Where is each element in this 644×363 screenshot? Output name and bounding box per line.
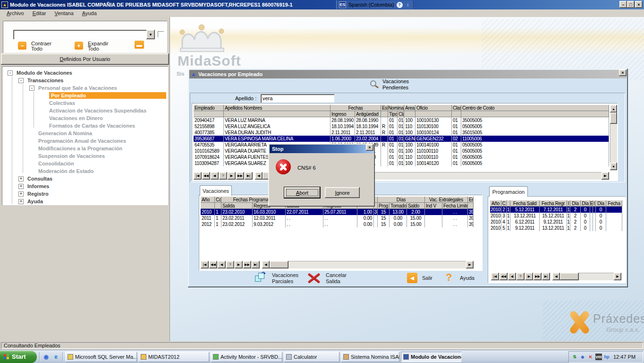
stop-dialog-titlebar[interactable]: Stop — [270, 145, 373, 153]
language-bar[interactable]: ES Spanish (Colombia) ? ⁝ — [336, 0, 414, 9]
tree-item[interactable]: +Informes — [2, 182, 168, 190]
task-button[interactable]: MIDAST2012 — [138, 352, 209, 362]
nav-button[interactable]: ▶ — [228, 172, 236, 180]
nav-button[interactable]: |◀ — [194, 172, 202, 180]
app-shortcut-icon[interactable]: ◉ — [42, 353, 50, 361]
grid-row[interactable]: 20103113.12.201115.12.20111200 — [490, 213, 622, 219]
grid-row[interactable]: 1103094287VERGARA SUAREZ3.10.20113.10.20… — [194, 160, 609, 166]
menu-editar[interactable]: Editar — [29, 10, 50, 17]
abort-button[interactable]: Abort — [284, 187, 320, 198]
collapse-all-icon[interactable]: − — [18, 42, 26, 50]
scrollbar-thumb[interactable] — [560, 273, 579, 280]
nav-button[interactable]: ◀ — [508, 273, 516, 280]
grid-row[interactable]: 2010123.02.201016.03.201022.07.201125.07… — [201, 209, 474, 215]
tree-item[interactable]: -Transacciones — [2, 77, 168, 84]
vm-icon[interactable]: vm — [595, 354, 602, 360]
expand-all-icon[interactable]: + — [75, 42, 83, 50]
network-icon[interactable]: ◆ — [579, 354, 586, 360]
nav-button[interactable]: ◀◀ — [202, 172, 210, 180]
tree-item[interactable]: Suspension de Vacaciones — [2, 152, 168, 160]
nav-button[interactable]: ▶| — [252, 261, 260, 268]
nav-button[interactable]: ▶ — [525, 273, 533, 280]
tree-item[interactable]: Consolidación — [2, 160, 168, 167]
minimize-button[interactable]: – — [619, 1, 627, 8]
grid-row[interactable]: 39536687VERA ESPINOSA MARIA CELINA1.06.2… — [194, 136, 609, 142]
task-button[interactable]: Sistema Nomina ISABEL ... — [341, 352, 399, 362]
tree-filter-input[interactable] — [13, 30, 146, 39]
tree-collapse-icon[interactable]: - — [8, 70, 13, 76]
nav-button[interactable]: ▶▶ — [534, 273, 542, 280]
tree-item[interactable]: Vacaciones en Dinero — [2, 114, 168, 122]
vacaciones-grid-hscrollbar[interactable] — [270, 261, 466, 268]
menu-ventana[interactable]: Ventana — [51, 10, 77, 17]
collapse-all-button[interactable]: Contraer Todo — [31, 41, 56, 52]
tree-item[interactable]: Activacion de Vacaciones Suspendidas — [2, 107, 168, 114]
tree-filter-combobox[interactable] — [13, 30, 146, 39]
programacion-grid-hscrollbar[interactable] — [560, 273, 614, 280]
task-button[interactable]: Activity Monitor - SRVBD... — [211, 352, 282, 362]
tree-item[interactable]: +Consultas — [2, 175, 168, 182]
tree-item[interactable]: Modificaciones a la Programación — [2, 145, 168, 152]
grid-row[interactable]: 2010215.12.20117.12.20111200 — [490, 207, 622, 213]
restore-button[interactable]: □ — [627, 1, 635, 8]
scroll-left-icon[interactable]: ◀ — [255, 172, 263, 180]
grid-row[interactable]: 2011123.02.201112.03.2011. .. .0.00150.0… — [201, 215, 474, 221]
tree-expand-icon[interactable]: + — [18, 191, 24, 197]
scroll-up-icon[interactable]: ▲ — [610, 105, 617, 112]
update-icon[interactable]: ⇅ — [571, 354, 578, 360]
grid-row[interactable]: 1010162589VERGARA DUARTE5.09.20115.09.20… — [194, 148, 609, 154]
tree-item[interactable]: Colectivas — [2, 99, 168, 107]
nav-button[interactable]: ▶▶ — [236, 172, 244, 180]
nav-button[interactable]: ▶▶ — [243, 261, 251, 268]
expand-all-button[interactable]: Expandir Todo — [88, 41, 114, 52]
tree-expand-icon[interactable]: + — [18, 184, 24, 189]
tab-vacaciones[interactable]: Vacaciones — [200, 185, 232, 196]
stop-close-icon[interactable]: × — [366, 144, 373, 151]
tree-item[interactable]: Formatos de Cartas de Vacaciones — [2, 122, 168, 130]
dialog-close-icon[interactable]: × — [619, 69, 627, 76]
scroll-left-icon[interactable]: ◀ — [552, 273, 560, 280]
scroll-down-icon[interactable]: ▼ — [610, 163, 617, 170]
internet-explorer-icon[interactable]: e — [52, 353, 60, 361]
nav-button[interactable]: ◀◀ — [500, 273, 508, 280]
grid-row[interactable]: 64705535VERGARA ARRIETA28.05.200928.05.2… — [194, 142, 609, 148]
nav-button[interactable]: ? — [517, 273, 525, 280]
nav-button[interactable]: ▶| — [245, 172, 253, 180]
nav-button[interactable]: ▶ — [235, 261, 243, 268]
close-button[interactable]: × — [635, 1, 643, 8]
tree-item[interactable]: +Registro — [2, 190, 168, 198]
scrollbar-thumb[interactable] — [270, 261, 288, 268]
scroll-right-icon[interactable]: ▶ — [466, 261, 474, 268]
tree-item[interactable]: -Modulo de Vacaciones — [2, 69, 168, 77]
tab-programacion[interactable]: Programacion — [489, 186, 528, 197]
grid-row[interactable]: 1070918624VERGARA FUENTES1.02.20101.02.2… — [194, 154, 609, 160]
nav-button[interactable]: ◀ — [211, 172, 219, 180]
cancelar-salida-icon[interactable] — [307, 272, 322, 285]
tree-item[interactable]: Por Empleado — [2, 92, 168, 99]
scroll-right-icon[interactable]: ▶ — [602, 172, 609, 180]
language-help-icon[interactable]: ? — [397, 2, 403, 8]
nav-button[interactable]: ◀◀ — [209, 261, 217, 268]
nav-button[interactable]: ◀ — [218, 261, 226, 268]
ignore-button[interactable]: Ignore — [325, 187, 360, 198]
scroll-right-icon[interactable]: ▶ — [614, 273, 621, 280]
salir-icon[interactable]: ◀ — [407, 273, 417, 283]
vacaciones-parciales-button[interactable]: Vacaciones Parciales — [272, 272, 303, 285]
tree-item[interactable]: +Ayuda — [2, 198, 168, 205]
tree-collapse-icon[interactable]: - — [18, 78, 24, 83]
antivirus-icon[interactable]: K — [587, 354, 594, 360]
scrollbar-thumb[interactable] — [610, 112, 617, 124]
nav-button[interactable]: ? — [219, 172, 227, 180]
tree-item[interactable]: -Personal que Sale a Vacaciones — [2, 84, 168, 92]
tree-item[interactable]: Programación Anual de Vacaciones — [2, 137, 168, 145]
definidos-por-usuario-button[interactable]: Definidos Por Usuario — [1, 53, 169, 65]
task-button[interactable]: Calculator — [284, 352, 339, 362]
menu-ayuda[interactable]: Ayuda — [78, 10, 101, 17]
nav-button[interactable]: |◀ — [491, 273, 499, 280]
apellido-input[interactable] — [261, 94, 334, 103]
scroll-left-icon[interactable]: ◀ — [262, 261, 270, 268]
cancelar-salida-button[interactable]: Cancelar Salida — [326, 272, 354, 285]
tree-collapse-icon[interactable]: - — [29, 86, 34, 91]
grid-row[interactable]: 2010416.12.20119.12.20111200 — [490, 219, 622, 225]
menu-archivo[interactable]: Archivo — [3, 10, 28, 17]
